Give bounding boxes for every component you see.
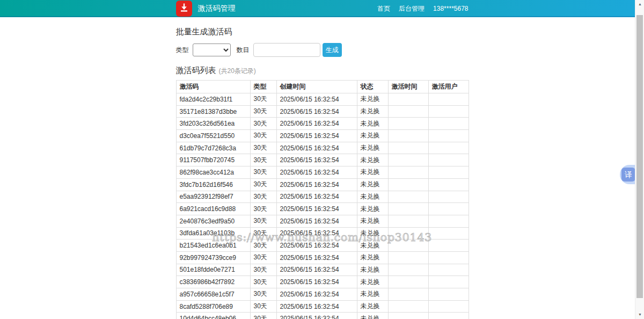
cell-activated_by — [428, 276, 469, 288]
table-row: 3fdc7b162d16f54630天2025/06/15 16:32:54未兑… — [176, 178, 469, 191]
table-row: fda2d4c2c29b31f130天2025/06/15 16:32:54未兑… — [176, 93, 469, 106]
scrollbar-thumb[interactable] — [636, 15, 643, 298]
cell-created: 2025/06/15 16:32:54 — [276, 93, 357, 106]
cell-code: d3c0ea7f5521d550 — [176, 130, 250, 142]
cell-type: 30天 — [250, 142, 276, 154]
table-row: b21543ed1c6ea0b130天2025/06/15 16:32:54未兑… — [176, 240, 469, 252]
cell-status: 未兑换 — [357, 300, 388, 313]
cell-status: 未兑换 — [357, 105, 388, 118]
table-row: 10d4d64bcc48eb0630天2025/06/15 16:32:54未兑… — [176, 313, 469, 319]
header-inner: 激活码管理 首页 后台管理 138****5678 — [176, 0, 469, 17]
cell-status: 未兑换 — [357, 130, 388, 142]
cell-code: e5aa923912f98ef7 — [176, 191, 250, 203]
table-row: 2e40876c3edf9a5030天2025/06/15 16:32:54未兑… — [176, 215, 469, 227]
cell-activated_by — [428, 191, 469, 203]
nav-link-admin[interactable]: 后台管理 — [399, 4, 425, 13]
cell-created: 2025/06/15 16:32:54 — [276, 264, 357, 276]
cell-code: 3dfda61a03e1103b — [176, 227, 250, 240]
cell-type: 30天 — [250, 215, 276, 227]
cell-code: 61db79c7d7268c3a — [176, 142, 250, 154]
cell-activated_by — [428, 166, 469, 179]
nav-link-home[interactable]: 首页 — [377, 4, 390, 13]
cell-status: 未兑换 — [357, 288, 388, 301]
cell-status: 未兑换 — [357, 166, 388, 179]
generate-button[interactable]: 生成 — [323, 43, 342, 57]
cell-activated_at — [388, 93, 428, 106]
cell-type: 30天 — [250, 288, 276, 301]
list-section-header: 激活码列表 (共20条记录) — [176, 66, 469, 76]
cell-code: 92b997924739cce9 — [176, 251, 250, 264]
table-row: 35171e81387d3bbe30天2025/06/15 16:32:54未兑… — [176, 105, 469, 118]
cell-code: 9117507fbb720745 — [176, 154, 250, 166]
cell-created: 2025/06/15 16:32:54 — [276, 251, 357, 264]
cell-created: 2025/06/15 16:32:54 — [276, 130, 357, 142]
type-label: 类型 — [176, 46, 189, 55]
column-header: 激活码 — [176, 81, 250, 93]
cell-code: 862f98cae3cc412a — [176, 166, 250, 179]
cell-type: 30天 — [250, 227, 276, 240]
cell-status: 未兑换 — [357, 276, 388, 288]
cell-activated_at — [388, 227, 428, 240]
top-header-bar: 激活码管理 首页 后台管理 138****5678 — [0, 0, 644, 17]
cell-status: 未兑换 — [357, 313, 388, 319]
cell-type: 30天 — [250, 264, 276, 276]
cell-code: fda2d4c2c29b31f1 — [176, 93, 250, 106]
column-header: 状态 — [357, 81, 388, 93]
cell-created: 2025/06/15 16:32:54 — [276, 288, 357, 301]
cell-activated_at — [388, 264, 428, 276]
cell-status: 未兑换 — [357, 264, 388, 276]
cell-activated_at — [388, 276, 428, 288]
list-section-title: 激活码列表 — [176, 66, 216, 76]
type-select[interactable] — [193, 44, 231, 56]
cell-activated_at — [388, 300, 428, 313]
cell-code: 501e18fdde0e7271 — [176, 264, 250, 276]
table-row: d3c0ea7f5521d55030天2025/06/15 16:32:54未兑… — [176, 130, 469, 142]
cell-status: 未兑换 — [357, 191, 388, 203]
cell-code: 2e40876c3edf9a50 — [176, 215, 250, 227]
cell-activated_by — [428, 251, 469, 264]
generate-section-title: 批量生成激活码 — [176, 27, 469, 37]
cell-created: 2025/06/15 16:32:54 — [276, 154, 357, 166]
cell-activated_at — [388, 166, 428, 179]
download-icon — [179, 3, 189, 15]
nav-user-phone[interactable]: 138****5678 — [433, 5, 468, 12]
cell-activated_at — [388, 142, 428, 154]
count-label: 数目 — [237, 46, 250, 55]
cell-activated_at — [388, 191, 428, 203]
cell-type: 30天 — [250, 154, 276, 166]
table-row: 9117507fbb72074530天2025/06/15 16:32:54未兑… — [176, 154, 469, 166]
codes-table-body: fda2d4c2c29b31f130天2025/06/15 16:32:54未兑… — [176, 93, 469, 319]
column-header: 激活时间 — [388, 81, 428, 93]
count-input[interactable] — [253, 43, 320, 57]
cell-activated_by — [428, 118, 469, 130]
cell-activated_by — [428, 178, 469, 191]
cell-activated_by — [428, 227, 469, 240]
cell-code: 3fdc7b162d16f546 — [176, 178, 250, 191]
column-header: 类型 — [250, 81, 276, 93]
cell-status: 未兑换 — [357, 93, 388, 106]
cell-created: 2025/06/15 16:32:54 — [276, 178, 357, 191]
table-header-row: 激活码类型创建时间状态激活时间激活用户 — [176, 81, 469, 93]
page-title: 激活码管理 — [198, 4, 236, 13]
cell-created: 2025/06/15 16:32:54 — [276, 142, 357, 154]
record-count-note: (共20条记录) — [219, 67, 256, 76]
cell-code: a957c66658e1c5f7 — [176, 288, 250, 301]
cell-created: 2025/06/15 16:32:54 — [276, 300, 357, 313]
cell-created: 2025/06/15 16:32:54 — [276, 191, 357, 203]
scroll-up-arrow-icon[interactable]: ▲ — [635, 0, 644, 9]
cell-activated_at — [388, 154, 428, 166]
page-scrollbar[interactable]: ▲ ▼ — [635, 0, 644, 319]
table-row: e5aa923912f98ef730天2025/06/15 16:32:54未兑… — [176, 191, 469, 203]
cell-status: 未兑换 — [357, 154, 388, 166]
column-header: 创建时间 — [276, 81, 357, 93]
cell-status: 未兑换 — [357, 240, 388, 252]
cell-activated_at — [388, 203, 428, 215]
table-row: 92b997924739cce930天2025/06/15 16:32:54未兑… — [176, 251, 469, 264]
cell-activated_by — [428, 215, 469, 227]
cell-activated_by — [428, 105, 469, 118]
scroll-down-arrow-icon[interactable]: ▼ — [635, 310, 644, 319]
table-row: 61db79c7d7268c3a30天2025/06/15 16:32:54未兑… — [176, 142, 469, 154]
cell-status: 未兑换 — [357, 227, 388, 240]
header-nav: 首页 后台管理 138****5678 — [377, 4, 468, 13]
cell-type: 30天 — [250, 105, 276, 118]
